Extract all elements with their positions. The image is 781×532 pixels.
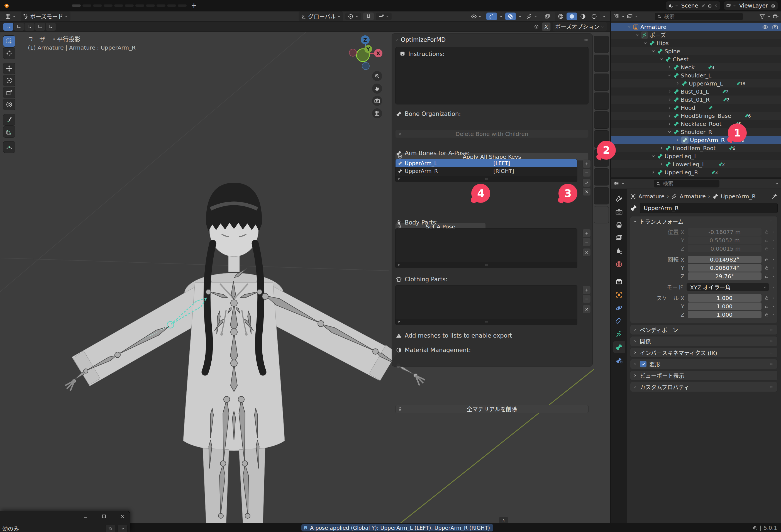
collapse-icon[interactable] <box>395 38 399 42</box>
add-workspace-button[interactable]: + <box>189 2 199 9</box>
chevron-down-icon[interactable] <box>518 14 522 18</box>
select-set[interactable] <box>3 23 13 31</box>
outliner-editor-icon[interactable] <box>613 13 619 19</box>
list-clear-button[interactable] <box>582 188 591 196</box>
body-remove-button[interactable] <box>582 238 591 246</box>
disclosure-icon[interactable] <box>667 121 672 126</box>
body-add-button[interactable] <box>582 229 591 237</box>
value-field[interactable]: -0.16077 m <box>688 228 762 236</box>
chevron-down-icon[interactable] <box>775 181 779 186</box>
expand-icon[interactable] <box>397 177 401 181</box>
expand-icon[interactable] <box>633 373 637 377</box>
outliner-row[interactable]: HoodHem_Root 6 <box>611 144 781 152</box>
camera-view-button[interactable] <box>372 96 382 106</box>
animate-dot-icon[interactable] <box>772 274 776 278</box>
shading-wireframe[interactable] <box>556 12 566 21</box>
expand-icon[interactable] <box>397 320 401 324</box>
value-field[interactable]: 29.76° <box>688 273 762 280</box>
collapsed-panel[interactable]: 関係 <box>630 336 778 346</box>
chevron-down-icon[interactable] <box>602 14 606 18</box>
eye-icon[interactable] <box>762 24 768 30</box>
outliner-row[interactable]: UpperArm_R 2 <box>611 136 781 144</box>
snap-toggle[interactable] <box>363 12 374 21</box>
properties-search-input[interactable] <box>662 180 717 187</box>
grip-icon[interactable] <box>769 361 775 367</box>
output-tab[interactable] <box>613 219 625 231</box>
animate-dot-icon[interactable] <box>772 266 776 270</box>
tag-button[interactable] <box>105 525 115 532</box>
value-field[interactable]: 0.55052 m <box>688 237 762 244</box>
body-clear-button[interactable] <box>582 248 591 256</box>
disclosure-icon[interactable] <box>667 105 672 110</box>
chevron-down-icon[interactable] <box>767 14 771 18</box>
chevron-down-icon[interactable] <box>499 14 503 18</box>
workspace-tab[interactable] <box>104 4 113 7</box>
outliner-row[interactable]: UpperLeg_L <box>611 152 781 160</box>
new-collection-icon[interactable] <box>773 13 779 19</box>
value-field[interactable]: 0.008074° <box>688 264 762 272</box>
expand-icon[interactable] <box>397 263 401 267</box>
disclosure-icon[interactable] <box>667 97 672 102</box>
clothing-clear-button[interactable] <box>582 305 591 313</box>
select-extend[interactable] <box>14 23 24 31</box>
properties-search[interactable] <box>654 180 720 188</box>
outliner-search-input[interactable] <box>663 13 741 20</box>
dropdown-button[interactable] <box>118 525 128 532</box>
chevron-down-icon[interactable] <box>634 14 639 18</box>
grip-icon[interactable] <box>769 327 775 333</box>
list-add-button[interactable] <box>582 160 591 168</box>
animate-dot-icon[interactable] <box>772 296 776 300</box>
collapsed-panel[interactable]: ベンディボーン <box>630 325 778 335</box>
disclosure-icon[interactable] <box>635 33 640 37</box>
sidebar-tab[interactable] <box>594 206 609 223</box>
select-subtract[interactable] <box>25 23 35 31</box>
physics-tab[interactable] <box>613 302 625 314</box>
workspace-tab[interactable] <box>125 4 134 7</box>
transform-orientation[interactable]: グローバル <box>298 11 343 21</box>
outliner-row[interactable]: Bust_01_R 2 <box>611 95 781 104</box>
new-viewlayer-icon[interactable] <box>771 3 775 8</box>
disclosure-icon[interactable] <box>667 73 672 78</box>
grip-icon[interactable] <box>484 176 489 181</box>
lock-icon[interactable] <box>764 295 769 300</box>
outliner-row[interactable]: Necklace_Root 5 <box>611 120 781 128</box>
breadcrumb-object[interactable]: Armature <box>639 193 665 200</box>
value-field[interactable]: 1.000 <box>688 311 762 318</box>
bone-constraint-tab[interactable] <box>613 354 625 366</box>
workspace-tab[interactable] <box>93 4 102 7</box>
grip-icon[interactable] <box>769 350 775 356</box>
breadcrumb-data[interactable]: Armature <box>680 193 706 200</box>
disclosure-icon[interactable] <box>651 154 656 159</box>
overlays-toggle[interactable] <box>505 12 516 21</box>
pose-overlay-popover[interactable] <box>524 12 540 21</box>
lock-icon[interactable] <box>764 238 769 243</box>
outliner-row[interactable]: Shoulder_L <box>611 71 781 79</box>
display-mode-icon[interactable] <box>627 13 633 19</box>
close-icon[interactable] <box>119 513 125 520</box>
shading-solid[interactable] <box>567 12 577 21</box>
measure-tool[interactable] <box>3 126 15 137</box>
annotate-tool[interactable] <box>3 114 15 125</box>
tool-tab[interactable] <box>613 193 625 204</box>
workspace-tab[interactable] <box>114 4 123 7</box>
animate-dot-icon[interactable] <box>772 313 776 317</box>
view-layer-tab[interactable] <box>613 232 625 244</box>
expand-icon[interactable] <box>633 339 637 343</box>
grip-icon[interactable] <box>769 384 775 390</box>
select-box-tool[interactable] <box>3 36 15 47</box>
chevron-down-icon[interactable] <box>621 14 625 18</box>
xray-toggle[interactable] <box>542 12 552 21</box>
select-invert[interactable] <box>35 23 45 31</box>
rotate-tool[interactable] <box>3 75 15 86</box>
list-sort-button[interactable] <box>582 178 591 187</box>
clothing-add-button[interactable] <box>582 286 591 294</box>
animate-dot-icon[interactable] <box>772 304 776 308</box>
properties-editor-icon[interactable] <box>613 180 619 187</box>
render-tab[interactable] <box>613 206 625 217</box>
value-field[interactable]: 1.000 <box>688 294 762 302</box>
close-icon[interactable] <box>714 4 718 7</box>
pose-breakdowner-tool[interactable] <box>3 141 15 153</box>
grip-icon[interactable] <box>769 338 775 344</box>
sidebar-tab[interactable] <box>594 54 609 72</box>
navigation-gizmo[interactable]: Z X Y <box>349 35 382 70</box>
